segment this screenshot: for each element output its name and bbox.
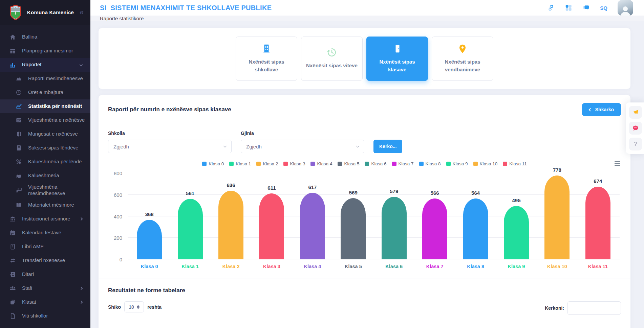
chart-bar-klasa-1[interactable]: 561 — [178, 199, 203, 259]
report-title: Raporti për numrin e nxënësve sipas klas… — [108, 106, 231, 113]
y-tick-label: 800 — [108, 170, 122, 176]
x-tick-label: Klasa 3 — [251, 264, 292, 269]
app-title: SI SISTEMI MENAXHIMIT TE SHKOLLAVE PUBLI… — [100, 4, 272, 12]
chart-legend: Klasa 0 Klasa 1 Klasa 2 Klasa 3 Klasa 4 … — [108, 161, 621, 173]
legend-item[interactable]: Klasa 1 — [229, 161, 251, 166]
sidebar-item-suksesi-sipas-lendeve[interactable]: Suksesi sipas lëndëve — [0, 141, 90, 155]
send-feedback-button[interactable] — [629, 106, 642, 119]
sidebar-item-mungesat-e-nxenesve[interactable]: Mungesat e nxënësve — [0, 127, 90, 141]
legend-swatch — [202, 162, 207, 166]
tab-nxenesit-sipas-viteve[interactable]: Nxënësit sipas viteve — [301, 37, 363, 81]
school-select[interactable]: Zgjedh — [108, 140, 232, 153]
chart-menu-icon[interactable] — [615, 161, 620, 166]
legend-item[interactable]: Klasa 8 — [419, 161, 441, 166]
grid-icon[interactable] — [565, 4, 572, 11]
chart-bar-klasa-4[interactable]: 617 — [300, 193, 325, 259]
language-selector[interactable]: SQ — [600, 5, 607, 11]
link-icon[interactable] — [547, 4, 555, 11]
area-chart-icon — [16, 75, 22, 82]
bar-value-label: 564 — [471, 190, 480, 196]
table-search-input[interactable] — [567, 301, 621, 315]
tab-nxenesit-sipas-vendbanimeve[interactable]: Nxënësit sipas vendbanimeve — [432, 37, 493, 81]
legend-swatch — [310, 162, 315, 166]
help-button[interactable]: ? — [629, 138, 642, 150]
sidebar-item-oret-e-mbajtura[interactable]: Orët e mbajtura — [0, 86, 90, 99]
question-mark-icon: ? — [634, 140, 638, 148]
legend-item[interactable]: Klasa 5 — [338, 161, 359, 166]
notebook-icon — [9, 271, 16, 278]
chart-bar-klasa-0[interactable]: 368 — [137, 220, 162, 259]
bar-chart-icon — [9, 62, 16, 68]
document-icon — [9, 313, 16, 319]
chart-bar-klasa-10[interactable]: 778 — [544, 175, 570, 259]
map-pin-icon — [457, 44, 468, 54]
bar-value-label: 561 — [186, 190, 194, 196]
tab-nxenesit-sipas-klasave[interactable]: Nxënësit sipas klasave — [366, 37, 428, 81]
download-button[interactable]: Shkarko — [582, 103, 621, 116]
chart-bar-klasa-3[interactable]: 611 — [259, 193, 284, 259]
x-axis-labels: Klasa 0 Klasa 1 Klasa 2 Klasa 3 Klasa 4 … — [128, 259, 620, 269]
legend-item[interactable]: Klasa 4 — [310, 161, 332, 166]
rows-per-page-select[interactable]: 10 — [124, 301, 144, 312]
x-tick-label: Klasa 1 — [170, 264, 210, 269]
legend-item[interactable]: Klasa 2 — [256, 161, 278, 166]
legend-item[interactable]: Klasa 11 — [503, 161, 527, 166]
legend-item[interactable]: Klasa 0 — [202, 161, 224, 166]
legend-swatch — [503, 162, 507, 166]
chart-bar-klasa-6[interactable]: 579 — [382, 197, 407, 259]
sidebar-item-kalueshmeria-per-lende[interactable]: Kalueshmëria për lëndë — [0, 155, 90, 169]
sidebar-item-kalueshmeria[interactable]: Kalueshmëria — [0, 169, 90, 183]
open-book-icon — [16, 202, 22, 208]
sidebar-item-kalendari-festave[interactable]: Kalendari festave — [0, 226, 90, 240]
sidebar-item-vijueshmeria-mesimdhenesve[interactable]: Vijueshmëria mësimdhënësve — [0, 183, 90, 198]
x-tick-label: Klasa 10 — [537, 264, 577, 269]
sidebar-collapse-icon[interactable]: « — [80, 9, 84, 16]
sidebar-item-ballina[interactable]: Ballina — [0, 30, 90, 44]
chat-support-button[interactable] — [629, 122, 642, 135]
table-section-title: Rezultatet ne forme tabelare — [108, 287, 621, 294]
sidebar-item-transferi-nxenesve[interactable]: Transferi nxënësve — [0, 254, 90, 267]
chart-bar-klasa-2[interactable]: 636 — [218, 191, 243, 259]
bar-value-label: 368 — [145, 211, 154, 217]
bar-value-label: 778 — [553, 167, 561, 173]
app-title-text: SISTEMI MENAXHIMIT TE SHKOLLAVE PUBLIKE — [111, 4, 272, 12]
chart-bar-klasa-11[interactable]: 674 — [585, 187, 610, 259]
x-tick-label: Klasa 4 — [292, 264, 333, 269]
sidebar-header: Komuna Kamenicë « — [0, 0, 90, 25]
sidebar-item-planprogrami[interactable]: Planprogrami mesimor — [0, 44, 90, 58]
sidebar-item-materialet-mesimore[interactable]: Materialet mësimore — [0, 198, 90, 212]
legend-item[interactable]: Klasa 6 — [365, 161, 386, 166]
sidebar-nav: Ballina Planprogrami mesimor Raportet Ra… — [0, 25, 90, 323]
sidebar-item-raporti-mesimdhenesve[interactable]: Raporti mesimdhenesve — [0, 72, 90, 86]
sidebar-item-stafi[interactable]: Stafi — [0, 281, 90, 295]
bar-value-label: 617 — [308, 184, 317, 190]
sidebar-item-libri-ame[interactable]: Libri AME — [0, 240, 90, 254]
sidebar-item-viti-shkollor[interactable]: Viti shkollor — [0, 309, 90, 323]
sidebar-item-institucionet-arsimore[interactable]: Institucionet arsimore — [0, 212, 90, 226]
legend-item[interactable]: Klasa 9 — [446, 161, 468, 166]
legend-item[interactable]: Klasa 7 — [392, 161, 414, 166]
sidebar-item-klasat[interactable]: Klasat — [0, 295, 90, 309]
gender-select[interactable]: Zgjedh — [241, 140, 364, 153]
chart-bar-klasa-9[interactable]: 495 — [504, 206, 529, 259]
sidebar-item-statistika-per-nxenesit[interactable]: Statistika për nxënësit — [0, 99, 90, 113]
line-chart-icon — [16, 103, 22, 110]
chat-icon[interactable] — [582, 4, 590, 11]
legend-item[interactable]: Klasa 3 — [283, 161, 305, 166]
calendar-icon — [9, 230, 16, 236]
chart-bar-klasa-8[interactable]: 564 — [463, 198, 488, 259]
user-avatar[interactable] — [618, 0, 633, 16]
topbar: SI SISTEMI MENAXHIMIT TE SHKOLLAVE PUBLI… — [90, 0, 644, 16]
chevron-right-icon — [80, 300, 83, 304]
bank-icon — [9, 216, 16, 222]
chart-bar-klasa-7[interactable]: 566 — [422, 198, 447, 259]
legend-item[interactable]: Klasa 10 — [473, 161, 498, 166]
door-icon — [392, 44, 402, 54]
chart-bar-klasa-5[interactable]: 569 — [341, 198, 366, 259]
sidebar-item-ditari[interactable]: Ditari — [0, 267, 90, 281]
legend-swatch — [392, 162, 396, 166]
tab-nxenesit-sipas-shkollave[interactable]: Nxënësit sipas shkollave — [236, 37, 297, 81]
sidebar-item-raportet[interactable]: Raportet — [0, 58, 90, 72]
sidebar-item-vijueshmeria-e-nxenesve[interactable]: Vijueshmëria e nxënësve — [0, 113, 90, 127]
search-button[interactable]: Kërko... — [373, 140, 402, 153]
